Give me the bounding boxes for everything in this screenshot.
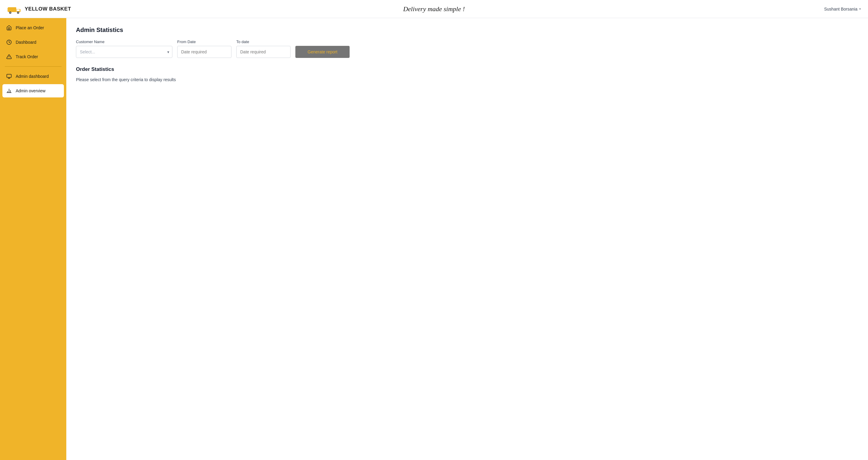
logo-truck-icon (7, 4, 22, 15)
sidebar-item-admin-overview-label: Admin overview (16, 88, 45, 93)
monitor-icon (6, 73, 12, 79)
user-chevron-icon: ▾ (859, 7, 861, 10)
generate-report-button[interactable]: Generate report (296, 46, 350, 58)
header-tagline: Delivery made simple ! (403, 5, 465, 13)
app-header: YELLOW BASKET Delivery made simple ! Sus… (0, 0, 868, 18)
order-stats-title: Order Statistics (76, 66, 858, 73)
sidebar-item-admin-dashboard-label: Admin dashboard (16, 74, 49, 79)
svg-rect-0 (8, 7, 16, 12)
sidebar-item-admin-dashboard[interactable]: Admin dashboard (0, 69, 66, 84)
filters-row: Customer Name Select... ▾ From Date To d… (76, 39, 858, 58)
from-date-label: From Date (177, 39, 231, 44)
page-title: Admin Statistics (76, 27, 858, 33)
sidebar-item-track-order[interactable]: Track Order (0, 50, 66, 64)
alert-triangle-icon (6, 54, 12, 60)
app-body: Place an Order Dashboard Track Order (0, 18, 868, 460)
sidebar-item-dashboard[interactable]: Dashboard (0, 35, 66, 50)
customer-name-filter-group: Customer Name Select... ▾ (76, 39, 173, 58)
from-date-filter-group: From Date (177, 39, 231, 58)
svg-point-6 (18, 12, 19, 13)
user-menu[interactable]: Sushant Borsania ▾ (824, 7, 861, 11)
sidebar-divider (5, 66, 61, 67)
sidebar-item-dashboard-label: Dashboard (16, 40, 36, 45)
svg-rect-2 (17, 9, 20, 11)
home-icon (6, 25, 12, 31)
to-date-label: To date (236, 39, 290, 44)
to-date-input[interactable] (236, 46, 290, 58)
to-date-filter-group: To date (236, 39, 290, 58)
logo-area: YELLOW BASKET (7, 4, 71, 15)
brand-name: YELLOW BASKET (25, 6, 71, 12)
from-date-input[interactable] (177, 46, 231, 58)
sidebar-item-track-order-label: Track Order (16, 54, 38, 59)
customer-name-select[interactable]: Select... (76, 46, 173, 58)
customer-name-label: Customer Name (76, 39, 173, 44)
bar-chart-icon (6, 88, 12, 94)
sidebar-item-place-an-order[interactable]: Place an Order (0, 21, 66, 35)
clock-icon (6, 39, 12, 45)
svg-point-4 (10, 12, 11, 13)
order-stats-section: Order Statistics Please select from the … (76, 66, 858, 82)
sidebar: Place an Order Dashboard Track Order (0, 18, 66, 460)
order-stats-empty-message: Please select from the query criteria to… (76, 77, 858, 82)
user-name: Sushant Borsania (824, 7, 858, 11)
customer-select-wrapper: Select... ▾ (76, 46, 173, 58)
sidebar-item-place-an-order-label: Place an Order (16, 25, 44, 30)
main-content: Admin Statistics Customer Name Select...… (66, 18, 868, 460)
sidebar-item-admin-overview[interactable]: Admin overview (2, 84, 64, 97)
svg-rect-13 (7, 74, 11, 78)
